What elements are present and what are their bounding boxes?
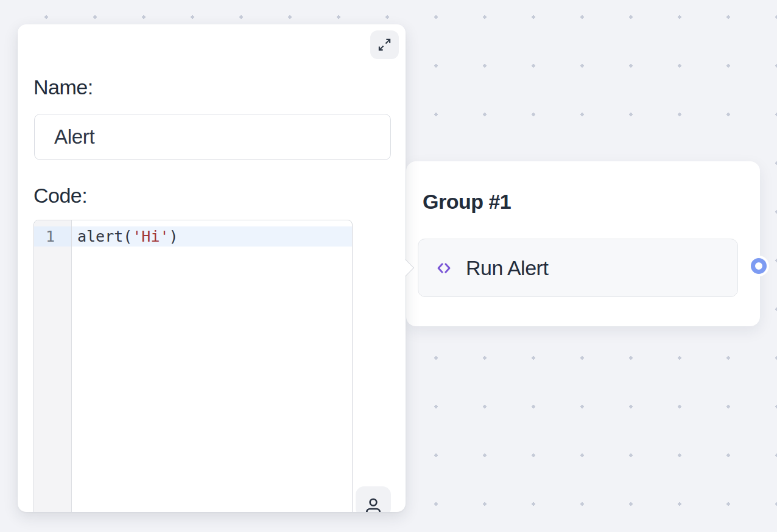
- code-line: alert('Hi'): [72, 226, 352, 247]
- connection-dot-icon: [751, 258, 767, 274]
- code-token-string: 'Hi': [132, 228, 169, 245]
- code-editor-gutter: 1: [34, 220, 72, 512]
- node-item-label: Run Alert: [466, 256, 548, 280]
- code-token-plain: ): [169, 228, 178, 245]
- code-label: Code:: [33, 184, 87, 208]
- group-node[interactable]: Group #1 Run Alert: [406, 161, 760, 326]
- node-canvas[interactable]: Name: Code: 1 alert('Hi') Group #1: [0, 0, 777, 532]
- group-title: Group #1: [423, 190, 511, 214]
- node-item-run-alert[interactable]: Run Alert: [418, 239, 738, 297]
- node-editor-panel: Name: Code: 1 alert('Hi'): [18, 24, 406, 512]
- user-icon: [364, 486, 383, 512]
- line-number: 1: [34, 226, 71, 247]
- user-button[interactable]: [356, 486, 391, 512]
- code-editor-content[interactable]: alert('Hi'): [72, 220, 352, 512]
- expand-icon: [378, 38, 392, 52]
- code-icon: [434, 260, 454, 276]
- expand-button[interactable]: [370, 30, 399, 59]
- code-token-plain: alert(: [77, 228, 132, 245]
- name-label: Name:: [33, 75, 93, 99]
- output-handle[interactable]: [748, 256, 769, 276]
- name-input[interactable]: [34, 114, 391, 160]
- code-editor: 1 alert('Hi'): [33, 220, 353, 512]
